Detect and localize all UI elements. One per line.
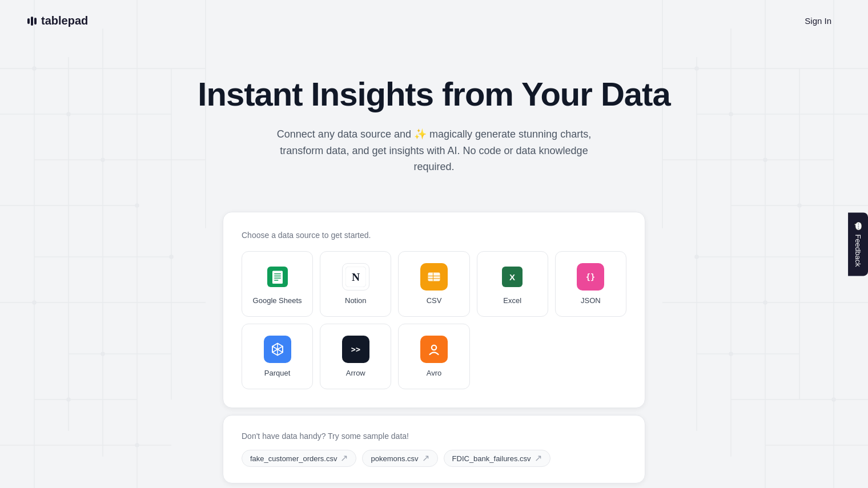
json-label: JSON bbox=[581, 296, 601, 305]
svg-point-45 bbox=[729, 352, 733, 356]
svg-point-21 bbox=[101, 352, 105, 356]
sample-chip-fake-orders[interactable]: fake_customer_orders.csv ↗ bbox=[242, 450, 356, 467]
svg-point-20 bbox=[33, 301, 36, 304]
excel-icon: X bbox=[499, 263, 526, 291]
sample-data-label: Don't have data handy? Try some sample d… bbox=[242, 431, 626, 441]
svg-rect-51 bbox=[274, 278, 281, 279]
source-item-arrow[interactable]: >> Arrow bbox=[320, 324, 391, 389]
feedback-tab[interactable]: 💬 Feedback bbox=[848, 212, 868, 276]
source-item-json[interactable]: {} JSON bbox=[555, 251, 626, 317]
json-icon: {} bbox=[577, 263, 604, 291]
arrow-label: Arrow bbox=[346, 369, 365, 377]
logo-icon bbox=[27, 17, 37, 26]
svg-text:{}: {} bbox=[586, 272, 595, 281]
svg-rect-49 bbox=[274, 273, 281, 275]
source-grid-empty-2 bbox=[555, 324, 626, 389]
excel-label: Excel bbox=[503, 296, 521, 305]
sample-data-card: Don't have data handy? Try some sample d… bbox=[223, 415, 645, 483]
logo-text: tablepad bbox=[41, 14, 88, 27]
parquet-icon bbox=[264, 336, 291, 363]
csv-label: CSV bbox=[427, 296, 442, 305]
parquet-label: Parquet bbox=[264, 369, 291, 377]
svg-point-43 bbox=[695, 255, 698, 259]
avro-label: Avro bbox=[427, 369, 442, 377]
svg-point-73 bbox=[432, 346, 436, 349]
hero-subtitle: Connect any data source and ✨ magically … bbox=[274, 126, 594, 175]
feedback-label: Feedback bbox=[854, 234, 862, 267]
arrow-icon: >> bbox=[342, 336, 369, 363]
svg-rect-50 bbox=[274, 276, 281, 277]
notion-icon: N bbox=[342, 263, 369, 291]
sample-chip-fake-orders-label: fake_customer_orders.csv bbox=[250, 454, 337, 463]
source-item-google-sheets[interactable]: Google Sheets bbox=[242, 251, 313, 317]
source-item-notion[interactable]: N Notion bbox=[320, 251, 391, 317]
hero-title: Instant Insights from Your Data bbox=[14, 76, 854, 112]
feedback-icon: 💬 bbox=[854, 221, 862, 231]
sample-chip-pokemons[interactable]: pokemons.csv ↗ bbox=[362, 450, 437, 467]
svg-point-23 bbox=[135, 443, 139, 447]
source-grid-empty-1 bbox=[477, 324, 548, 389]
logo-bar-1 bbox=[27, 18, 30, 24]
hero-section: Instant Insights from Your Data Connect … bbox=[0, 42, 868, 198]
svg-point-19 bbox=[170, 255, 173, 259]
google-sheets-label: Google Sheets bbox=[253, 296, 302, 305]
svg-rect-48 bbox=[272, 271, 283, 284]
svg-point-18 bbox=[135, 204, 139, 207]
logo-bar-3 bbox=[34, 18, 37, 25]
logo-bar-2 bbox=[31, 17, 33, 26]
svg-text:X: X bbox=[509, 272, 515, 282]
sample-chips-container: fake_customer_orders.csv ↗ pokemons.csv … bbox=[242, 450, 626, 467]
sample-chip-fake-orders-close[interactable]: ↗ bbox=[340, 454, 348, 463]
sample-chip-pokemons-label: pokemons.csv bbox=[371, 454, 418, 463]
source-item-csv[interactable]: CSV bbox=[398, 251, 469, 317]
google-sheets-icon bbox=[264, 263, 291, 291]
svg-point-44 bbox=[763, 301, 767, 304]
svg-rect-52 bbox=[274, 280, 279, 281]
avro-icon bbox=[420, 336, 448, 363]
csv-icon bbox=[420, 263, 448, 291]
svg-point-42 bbox=[798, 204, 801, 207]
source-item-parquet[interactable]: Parquet bbox=[242, 324, 313, 389]
data-source-card: Choose a data source to get started. Goo… bbox=[223, 212, 645, 408]
navbar: tablepad Sign In bbox=[0, 0, 868, 42]
source-item-excel[interactable]: X Excel bbox=[477, 251, 548, 317]
sample-chip-pokemons-close[interactable]: ↗ bbox=[422, 454, 429, 463]
svg-point-46 bbox=[832, 398, 835, 401]
logo[interactable]: tablepad bbox=[27, 14, 88, 27]
data-source-prompt: Choose a data source to get started. bbox=[242, 231, 626, 240]
sample-chip-fdic[interactable]: FDIC_bank_failures.csv ↗ bbox=[444, 450, 550, 467]
data-source-grid-row1: Google Sheets N Notion bbox=[242, 251, 626, 317]
sign-in-button[interactable]: Sign In bbox=[795, 11, 841, 30]
source-item-avro[interactable]: Avro bbox=[398, 324, 469, 389]
sample-chip-fdic-close[interactable]: ↗ bbox=[535, 454, 542, 463]
svg-point-22 bbox=[67, 398, 70, 401]
svg-rect-56 bbox=[428, 273, 440, 281]
notion-label: Notion bbox=[345, 296, 367, 305]
data-source-grid-row2: Parquet >> Arrow Avro bbox=[242, 324, 626, 389]
svg-text:N: N bbox=[352, 271, 360, 283]
sample-chip-fdic-label: FDIC_bank_failures.csv bbox=[452, 454, 531, 463]
svg-text:>>: >> bbox=[351, 345, 360, 354]
